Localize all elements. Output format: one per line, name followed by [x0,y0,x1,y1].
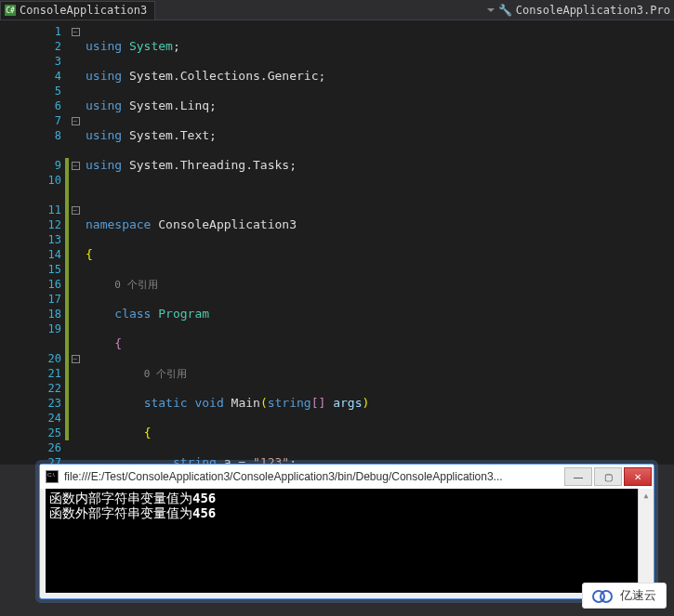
csharp-file-icon: C# [5,5,16,16]
watermark-text: 亿速云 [620,587,656,604]
line-number-gutter: 1 2 3 4 5 6 7 8 9 10 11 12 13 14 15 16 1… [0,20,65,465]
code-editor[interactable]: 1 2 3 4 5 6 7 8 9 10 11 12 13 14 15 16 1… [0,20,674,465]
tab-right-label: ConsoleApplication3.Pro [516,4,670,17]
console-icon [46,470,59,483]
minimize-button[interactable]: — [564,467,592,486]
tab-label: ConsoleApplication3 [20,4,147,17]
fold-gutter: − − − − − [69,20,82,465]
tab-active[interactable]: C# ConsoleApplication3 [0,1,155,20]
console-output[interactable]: 函数内部字符串变量值为456 函数外部字符串变量值为456 ▲ ▼ [46,489,648,593]
tab-bar: C# ConsoleApplication3 🔧 ConsoleApplicat… [0,0,674,20]
console-scrollbar[interactable]: ▲ ▼ [638,489,654,593]
watermark-logo-icon [592,588,615,603]
watermark-badge: 亿速云 [582,583,667,609]
codelens-references[interactable]: 0 个引用 [144,368,187,380]
maximize-button[interactable]: ▢ [594,467,622,486]
codelens-references[interactable]: 0 个引用 [114,279,157,291]
scroll-up-icon[interactable]: ▲ [640,489,654,503]
console-window: file:///E:/Test/ConsoleApplication3/Cons… [39,464,654,599]
fold-toggle[interactable]: − [72,162,80,170]
fold-toggle[interactable]: − [72,355,80,363]
fold-toggle[interactable]: − [72,28,80,36]
console-titlebar[interactable]: file:///E:/Test/ConsoleApplication3/Cons… [40,465,654,489]
tab-right-dropdown[interactable]: 🔧 ConsoleApplication3.Pro [480,4,674,17]
wrench-icon: 🔧 [498,4,512,17]
chevron-down-icon [487,8,495,12]
fold-toggle[interactable]: − [72,117,80,125]
close-button[interactable]: ✕ [624,467,652,486]
code-area[interactable]: using System; using System.Collections.G… [82,20,509,465]
console-title-text: file:///E:/Test/ConsoleApplication3/Cons… [64,470,559,483]
fold-toggle[interactable]: − [72,206,80,215]
